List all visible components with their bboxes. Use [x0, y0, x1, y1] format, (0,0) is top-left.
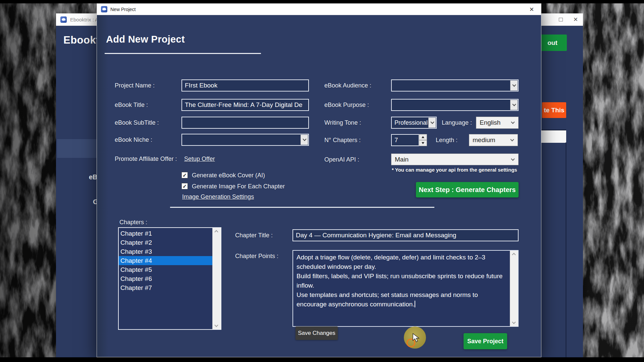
list-item[interactable]: Chapter #2 — [119, 238, 212, 247]
dialog-title: New Project — [110, 7, 136, 12]
chevron-down-icon — [511, 120, 515, 124]
chapter-points-text: Adopt a triage flow (delete, delegate, d… — [293, 251, 510, 326]
stepper-down-button[interactable] — [419, 140, 427, 146]
heading-underline — [105, 53, 261, 54]
scroll-down-icon[interactable] — [214, 323, 218, 327]
language-label: Language : — [442, 119, 472, 126]
stepper-up-button[interactable] — [419, 134, 427, 140]
project-name-input[interactable]: FIrst Ebook — [181, 79, 309, 92]
list-item-selected[interactable]: Chapter #4 — [119, 256, 212, 265]
chapter-title-input[interactable]: Day 4 — Communication Hygiene: Email and… — [292, 229, 519, 241]
logout-button[interactable]: out — [538, 35, 567, 51]
length-select[interactable]: medium — [469, 134, 518, 146]
close-icon: ✕ — [573, 16, 578, 23]
writing-tone-label: Writing Tone : — [324, 119, 361, 126]
length-label: Length : — [436, 137, 458, 144]
generate-images-checkbox[interactable]: ✓ — [181, 183, 188, 189]
chapter-points-label: Chapter Points : — [235, 253, 278, 260]
text-caret — [415, 301, 415, 307]
check-icon: ✓ — [182, 184, 187, 189]
dialog-titlebar[interactable]: New Project ✕ — [97, 4, 541, 15]
arrow-down-icon — [422, 142, 424, 144]
ebooktrix-window-title: Ebooktrix : A — [70, 17, 98, 22]
ebook-title-label: eBook Title : — [115, 102, 148, 109]
list-item[interactable]: Chapter #1 — [119, 229, 212, 238]
save-project-button[interactable]: Save Project — [464, 333, 507, 349]
ebooktrix-app-icon — [60, 16, 67, 23]
openai-api-label: OpenAI API : — [324, 156, 359, 163]
check-icon: ✓ — [182, 173, 187, 178]
save-changes-button[interactable]: Save Changes — [296, 326, 338, 340]
desktop: Ebooktrix : A ✕ Ebooktr out eB G te This… — [0, 0, 644, 362]
top-letterbox-bar — [0, 0, 644, 3]
maximize-icon — [559, 18, 563, 21]
page-title: Add New Project — [106, 34, 185, 45]
ebook-audience-select[interactable] — [391, 79, 519, 92]
chevron-down-icon — [511, 157, 515, 161]
chapters-count-input[interactable]: 7 — [391, 134, 419, 146]
list-item[interactable]: Chapter #5 — [119, 265, 212, 274]
close-button-background-window[interactable]: ✕ — [568, 13, 583, 26]
chapters-listbox[interactable]: Chapter #1 Chapter #2 Chapter #3 Chapter… — [118, 227, 221, 330]
generate-cover-checkbox[interactable]: ✓ — [181, 172, 188, 178]
writing-tone-select[interactable]: Professional — [391, 117, 437, 129]
section-divider — [170, 207, 434, 208]
close-button-dialog[interactable]: ✕ — [525, 4, 538, 15]
chevron-down-icon — [510, 137, 514, 141]
language-select[interactable]: English — [476, 117, 519, 129]
chapters-label: Chapters : — [119, 219, 147, 226]
ebook-purpose-select[interactable] — [391, 99, 519, 111]
arrow-up-icon — [422, 136, 424, 138]
api-note: * You can manage your api from the gener… — [392, 167, 517, 173]
background-panel-field — [541, 130, 566, 143]
chevron-down-icon[interactable] — [510, 100, 518, 110]
list-item[interactable]: Chapter #7 — [119, 283, 212, 292]
chapter-title-label: Chapter Title : — [235, 232, 273, 239]
chapters-count-stepper[interactable] — [419, 134, 427, 146]
mouse-cursor — [412, 333, 421, 343]
generate-images-label: Generate Image For Each Chapter — [192, 183, 285, 190]
project-name-label: Project Name : — [115, 82, 155, 89]
list-item[interactable]: Chapter #3 — [119, 247, 212, 256]
scroll-up-icon[interactable] — [214, 230, 218, 234]
sidebar-selected-item[interactable] — [57, 139, 98, 158]
chapter-points-scrollbar[interactable] — [510, 251, 518, 326]
create-this-button[interactable]: te This — [542, 102, 566, 118]
maximize-button[interactable] — [553, 13, 568, 26]
next-step-generate-chapters-button[interactable]: Next Step : Generate Chapters — [416, 182, 519, 197]
openai-api-select[interactable]: Main — [391, 154, 519, 165]
list-item[interactable]: Chapter #6 — [119, 274, 212, 283]
chapters-list: Chapter #1 Chapter #2 Chapter #3 Chapter… — [119, 228, 212, 329]
dialog-app-icon — [101, 6, 107, 12]
new-project-dialog: New Project ✕ Add New Project Project Na… — [97, 3, 541, 357]
close-icon: ✕ — [529, 6, 534, 13]
chevron-down-icon[interactable] — [301, 135, 308, 145]
scroll-down-icon[interactable] — [512, 320, 516, 324]
chevron-down-icon[interactable] — [428, 118, 436, 128]
chapter-points-textarea[interactable]: Adopt a triage flow (delete, delegate, d… — [292, 250, 519, 327]
ebook-subtitle-label: eBook SubTitle : — [115, 119, 159, 126]
sidebar-item-ebooks[interactable]: eB — [89, 173, 98, 181]
scroll-up-icon[interactable] — [512, 253, 516, 256]
ebook-subtitle-input[interactable] — [181, 117, 309, 129]
chapters-count-label: N° Chapters : — [324, 137, 361, 144]
ebook-audience-label: eBook Audience : — [324, 82, 371, 89]
bottom-letterbox-bar — [0, 357, 644, 362]
ebook-niche-select[interactable] — [181, 134, 309, 146]
chapters-scrollbar[interactable] — [212, 228, 221, 329]
ebook-niche-label: eBook Niche : — [115, 136, 152, 143]
generate-cover-label: Generate eBook Cover (AI) — [192, 172, 265, 179]
image-generation-settings-link[interactable]: Image Generation Settings — [182, 193, 254, 200]
ebook-purpose-label: eBook Purpose : — [324, 102, 369, 109]
setup-offer-link[interactable]: Setup Offer — [184, 156, 215, 163]
ebook-title-input[interactable]: The Clutter-Free Mind: A 7-Day Digital D… — [181, 99, 309, 111]
background-panel-border — [566, 142, 567, 357]
promote-offer-label: Promote Affiliate Offer : — [115, 156, 177, 163]
chevron-down-icon[interactable] — [510, 80, 518, 90]
